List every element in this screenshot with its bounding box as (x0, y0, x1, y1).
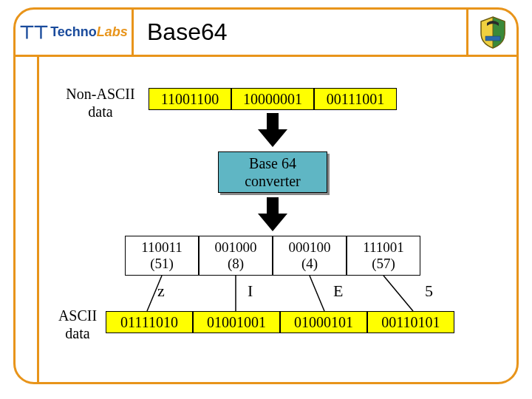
input-byte: 11001100 (149, 88, 231, 110)
input-byte: 10000001 (231, 88, 314, 110)
brand-logo: ⊤⊤ TechnoLabs (16, 10, 134, 55)
char-label: I (248, 282, 253, 301)
svg-rect-0 (485, 36, 500, 41)
arrow-down-icon (258, 214, 287, 231)
char-label: E (333, 282, 343, 301)
svg-line-3 (310, 276, 324, 311)
brand-text-suffix: Labs (97, 24, 128, 39)
diagram-area: Non-ASCII data 11001100 10000001 0011100… (39, 57, 516, 382)
slide-frame: ⊤⊤ TechnoLabs Base64 Non-ASCII data 1100… (13, 7, 519, 384)
output-byte: 00110101 (367, 311, 454, 333)
char-label: 5 (425, 282, 433, 301)
arrow-down-icon (267, 113, 279, 131)
arrow-down-icon (258, 129, 287, 147)
output-byte: 01000101 (280, 311, 367, 333)
input-byte: 00111001 (314, 88, 397, 110)
output-byte: 01001001 (193, 311, 280, 333)
sixbit-box: 111001 (57) (347, 236, 420, 276)
logo-mark-icon: ⊤⊤ (19, 22, 47, 43)
converter-box: Base 64 converter (218, 151, 327, 193)
output-byte: 01111010 (106, 311, 193, 333)
brand-text-prefix: Techno (50, 24, 97, 39)
svg-line-4 (383, 276, 413, 311)
arrow-down-icon (267, 197, 279, 215)
sixbit-box: 001000 (8) (199, 236, 273, 276)
input-label: Non-ASCII data (60, 85, 141, 120)
sixbit-box: 000100 (4) (273, 236, 347, 276)
char-label: z (157, 282, 165, 301)
crest-icon (466, 10, 516, 55)
content-area: Non-ASCII data 11001100 10000001 0011100… (16, 57, 516, 382)
sixbit-box: 110011 (51) (125, 236, 199, 276)
slide-title: Base64 (134, 18, 466, 46)
header-bar: ⊤⊤ TechnoLabs Base64 (16, 10, 516, 57)
side-margin (16, 57, 39, 382)
output-label: ASCII data (48, 307, 107, 342)
